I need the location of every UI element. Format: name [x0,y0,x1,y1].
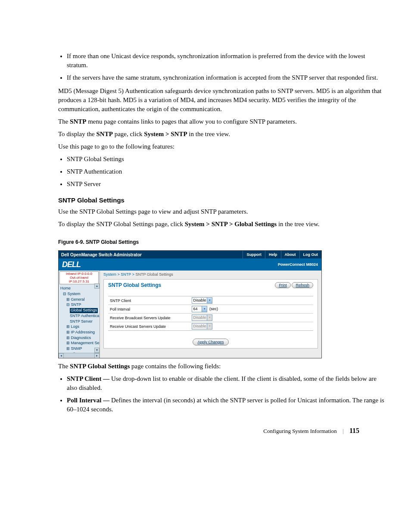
tree-global-settings[interactable]: Global Settings [60,308,100,314]
crumb-system[interactable]: System [103,272,116,277]
sntp-display-paragraph: To display the SNTP page, click System >… [58,130,385,139]
footer-section: Configuring System Information [263,428,336,434]
row-receive-broadcast: Receive Broadcast Servers Update Disable… [108,314,313,322]
oob-ip: Out-of-band IP:10.27.5.31 [60,276,98,284]
tree-ip-addressing[interactable]: ⊞ IP Addressing [60,330,100,336]
sidebar: Inband IP:0.0.0.0 Out-of-band IP:10.27.5… [59,271,100,358]
row-sntp-client: SNTP Client Disable▾ [108,296,313,305]
model-label: PowerConnect M8024 [278,262,318,267]
dell-logo: DELL [62,260,81,269]
settings-panel: SNTP Global Settings Print Refresh SNTP … [103,279,318,348]
fields-list: SNTP Client — Use drop-down list to enab… [26,374,385,414]
row-receive-unicast: Receive Unicast Servers Update Disable▾ [108,322,313,331]
crumb-current: SNTP Global Settings [135,272,173,277]
select-receive-broadcast: Disable▾ [192,314,212,321]
main-area: System > SNTP > SNTP Global Settings SNT… [100,271,321,358]
row-poll-interval: Poll Interval 64▾ (sec) [108,305,313,314]
tree-sntp-server[interactable]: SNTP Server [60,319,100,325]
fields-intro-paragraph: The SNTP Global Settings page contains t… [58,362,385,371]
tree-sntp[interactable]: ⊟ SNTP [60,302,100,308]
settings-table: SNTP Client Disable▾ Poll Interval [108,296,313,331]
sntp-menu-paragraph: The SNTP menu page contains links to pag… [58,117,385,126]
figure-caption: Figure 6-9. SNTP Global Settings [58,239,385,245]
page-footer: Configuring System Information | 115 [26,427,359,435]
crumb-sntp[interactable]: SNTP [121,272,131,277]
sgs-use-paragraph: Use the SNTP Global Settings page to vie… [58,207,385,216]
window-titlebar: Dell OpenManage Switch Administrator Sup… [59,251,321,258]
scroll-up-icon[interactable]: ▴ [94,283,100,289]
tree-home[interactable]: Home [60,286,100,292]
field-item: Poll Interval — Defines the interval (in… [67,396,385,414]
tree-diagnostics[interactable]: ⊞ Diagnostics [60,336,100,341]
scroll-left-icon[interactable]: ◂ [59,353,64,358]
breadcrumb: System > SNTP > SNTP Global Settings [100,271,321,279]
chevron-down-icon: ▾ [207,315,212,320]
tree-logs[interactable]: ⊞ Logs [60,324,100,330]
md5-paragraph: MD5 (Message Digest 5) Authentication sa… [58,87,385,114]
brand-bar: DELL PowerConnect M8024 [59,258,321,271]
feature-item: SNTP Server [67,180,385,189]
label-receive-unicast: Receive Unicast Servers Update [108,322,190,331]
heading-sntp-global-settings: SNTP Global Settings [58,196,385,204]
screenshot-figure: Dell OpenManage Switch Administrator Sup… [58,250,322,358]
panel-title: SNTP Global Settings [108,282,161,288]
select-receive-unicast: Disable▾ [192,323,212,330]
scroll-right-icon[interactable]: ▸ [94,353,100,358]
intro-bullet: If more than one Unicast device responds… [67,52,385,70]
print-button[interactable]: Print [275,282,291,288]
feature-list: SNTP Global Settings SNTP Authentication… [26,155,385,189]
tree-general[interactable]: ⊞ General [60,297,100,303]
window-title: Dell OpenManage Switch Administrator [59,252,142,257]
feature-item: SNTP Authentication [67,167,385,176]
field-item: SNTP Client — Use drop-down list to enab… [67,374,385,392]
nav-tree: Home ⊟ System ⊞ General ⊟ SNTP Global Se… [59,285,100,358]
intro-bullet: If the servers have the same stratum, sy… [67,73,385,82]
select-poll-interval[interactable]: 64▾ [192,306,207,312]
refresh-button[interactable]: Refresh [292,282,313,288]
h-scrollbar[interactable]: ◂ ▸ [59,353,100,358]
nav-help[interactable]: Help [265,251,281,258]
chevron-down-icon: ▾ [207,298,212,303]
sgs-display-paragraph: To display the SNTP Global Settings page… [58,220,385,229]
nav-support[interactable]: Support [243,251,265,258]
tree-system[interactable]: ⊟ System [60,292,100,297]
tree-sntp-auth[interactable]: SNTP Authentica [60,314,100,319]
tree-snmp[interactable]: ⊞ SNMP [60,346,100,352]
label-receive-broadcast: Receive Broadcast Servers Update [108,314,190,322]
chevron-down-icon: ▾ [207,324,212,329]
apply-changes-button[interactable]: Apply Changes [193,339,228,345]
intro-bullets: If more than one Unicast device responds… [26,52,385,82]
tree-mgmt-security[interactable]: ⊞ Management Secur [60,341,100,346]
poll-interval-unit: (sec) [209,307,218,311]
nav-logout[interactable]: Log Out [299,251,322,258]
use-page-paragraph: Use this page to go to the following fea… [58,142,385,151]
select-sntp-client[interactable]: Disable▾ [192,297,212,304]
ip-box: Inband IP:0.0.0.0 Out-of-band IP:10.27.5… [59,271,99,284]
label-poll-interval: Poll Interval [108,305,190,314]
label-sntp-client: SNTP Client [108,296,190,305]
chevron-down-icon: ▾ [202,306,207,312]
feature-item: SNTP Global Settings [67,155,385,164]
footer-page-number: 115 [349,427,359,434]
scroll-down-icon[interactable]: ▾ [94,348,100,353]
nav-about[interactable]: About [281,251,299,258]
